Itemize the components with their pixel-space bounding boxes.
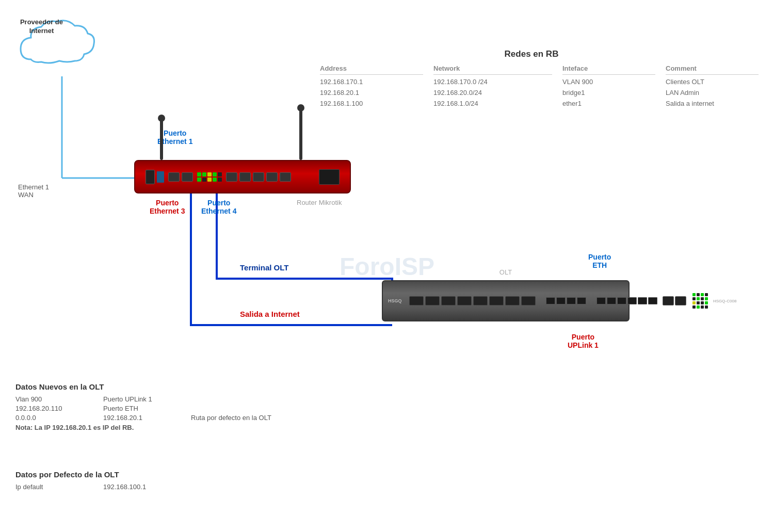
puerto-eth-label: Puerto ETH bbox=[588, 253, 611, 269]
row3-network: 192.168.1.0/24 bbox=[433, 99, 552, 108]
row1-address: 192.168.170.1 bbox=[320, 77, 423, 87]
dn-row3-col2: 192.168.20.1 bbox=[103, 414, 186, 422]
isp-label: Proveedor de Internet bbox=[20, 18, 63, 36]
col-header-interface: Inteface bbox=[562, 65, 655, 75]
diagram-container: ForoISP Proveedor de Internet Ethernet 1… bbox=[0, 0, 774, 532]
dd-row1-col1: Ip default bbox=[15, 483, 98, 491]
row3-address: 192.168.1.100 bbox=[320, 99, 423, 108]
watermark: ForoISP bbox=[340, 252, 434, 280]
row2-interface: bridge1 bbox=[562, 88, 655, 98]
datos-defecto-title: Datos por Defecto de la OLT bbox=[15, 470, 222, 479]
olt-device: OLT HSGQ bbox=[382, 280, 630, 321]
dn-row3-col3: Ruta por defecto en la OLT bbox=[191, 414, 366, 422]
col-header-comment: Comment bbox=[666, 65, 759, 75]
row3-interface: ether1 bbox=[562, 99, 655, 108]
puerto-ethernet3-label: Puerto Ethernet 3 bbox=[150, 199, 185, 215]
row1-comment: Clientes OLT bbox=[666, 77, 759, 87]
dn-row3-col1: 0.0.0.0 bbox=[15, 414, 98, 422]
redes-en-rb-table: Redes en RB Address Network Inteface Com… bbox=[320, 49, 743, 108]
puerto-ethernet4-label: Puerto Ethernet 4 bbox=[201, 199, 236, 215]
row1-interface: VLAN 900 bbox=[562, 77, 655, 87]
dn-row1-col1: Vlan 900 bbox=[15, 395, 98, 403]
dn-row2-col2: Puerto ETH bbox=[103, 405, 186, 412]
row2-comment: LAN Admin bbox=[666, 88, 759, 98]
table-title: Redes en RB bbox=[320, 49, 743, 59]
datos-defecto-section: Datos por Defecto de la OLT Ip default 1… bbox=[15, 470, 222, 491]
antenna-right bbox=[299, 108, 302, 160]
col-header-network: Network bbox=[433, 65, 552, 75]
row1-network: 192.168.170.0 /24 bbox=[433, 77, 552, 87]
datos-nuevos-section: Datos Nuevos en la OLT Vlan 900 Puerto U… bbox=[15, 382, 366, 431]
router-device bbox=[134, 160, 351, 194]
row3-comment: Salida a internet bbox=[666, 99, 759, 108]
dn-row2-col1: 192.168.20.110 bbox=[15, 405, 98, 412]
ethernet1-wan-label: Ethernet 1 WAN bbox=[18, 183, 49, 199]
dn-row1-col2: Puerto UPLink 1 bbox=[103, 395, 186, 403]
row2-network: 192.168.20.0/24 bbox=[433, 88, 552, 98]
terminal-olt-label: Terminal OLT bbox=[240, 263, 288, 272]
row2-address: 192.168.20.1 bbox=[320, 88, 423, 98]
puerto-uplink-label: Puerto UPLink 1 bbox=[568, 333, 599, 349]
datos-nuevos-title: Datos Nuevos en la OLT bbox=[15, 382, 366, 391]
dd-row1-col2: 192.168.100.1 bbox=[103, 483, 222, 491]
datos-nuevos-note: Nota: La IP 192.168.20.1 es IP del RB. bbox=[15, 424, 366, 431]
antenna-left bbox=[160, 119, 163, 160]
olt-device-label: OLT bbox=[499, 268, 512, 276]
salida-internet-label: Salida a Internet bbox=[240, 310, 300, 319]
col-header-address: Address bbox=[320, 65, 423, 75]
router-mikrotik-label: Router Mikrotik bbox=[297, 198, 342, 207]
